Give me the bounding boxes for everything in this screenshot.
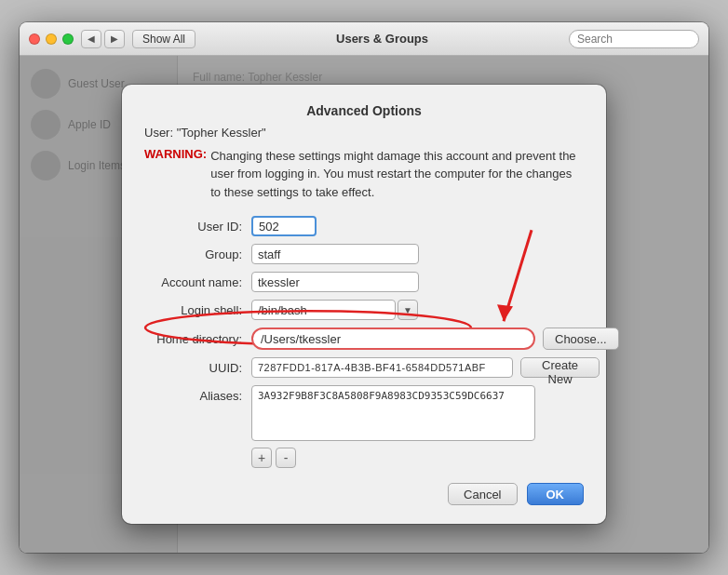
uuid-row: UUID: Create New <box>144 357 584 378</box>
create-new-button[interactable]: Create New <box>520 357 600 378</box>
login-shell-input[interactable] <box>251 300 396 320</box>
minimize-button[interactable] <box>46 33 57 45</box>
aliases-textarea[interactable] <box>251 385 535 441</box>
user-id-label: User ID: <box>144 220 251 234</box>
main-content: Guest User Apple ID Login Items Full nam… <box>20 56 708 553</box>
title-bar: ◀ ▶ Show All Users & Groups <box>20 22 708 56</box>
choose-button[interactable]: Choose... <box>543 328 619 350</box>
group-input[interactable] <box>251 244 419 264</box>
login-shell-row: Login shell: ▼ <box>144 300 584 320</box>
warning-box: WARNING: Changing these settings might d… <box>144 147 584 202</box>
aliases-label: Aliases: <box>144 389 251 403</box>
search-input[interactable] <box>569 30 699 48</box>
aliases-row: Aliases: + - <box>144 385 584 468</box>
uuid-label: UUID: <box>144 361 251 375</box>
home-directory-row: Home directory: Choose... <box>144 328 584 350</box>
ok-button[interactable]: OK <box>527 483 585 505</box>
account-name-label: Account name: <box>144 275 251 289</box>
modal-overlay: Advanced Options User: "Topher Kessler" … <box>20 56 708 553</box>
group-row: Group: <box>144 244 584 264</box>
uuid-wrap: Create New <box>251 357 600 378</box>
account-name-input[interactable] <box>251 272 419 292</box>
modal-title: Advanced Options <box>144 103 584 118</box>
show-all-button[interactable]: Show All <box>132 30 195 48</box>
aliases-wrap: + - <box>251 385 535 468</box>
forward-button[interactable]: ▶ <box>104 30 125 48</box>
home-dir-input-wrap: Choose... <box>251 328 619 350</box>
aliases-controls: + - <box>251 448 535 468</box>
advanced-options-modal: Advanced Options User: "Topher Kessler" … <box>122 85 606 525</box>
shell-popup-button[interactable]: ▼ <box>398 300 418 320</box>
nav-buttons: ◀ ▶ <box>81 30 125 48</box>
uuid-input[interactable] <box>251 357 513 378</box>
warning-label: WARNING: <box>144 147 207 202</box>
add-alias-button[interactable]: + <box>251 448 272 468</box>
user-id-row: User ID: <box>144 216 584 236</box>
modal-footer: Cancel OK <box>144 483 584 505</box>
os-window: ◀ ▶ Show All Users & Groups Guest User A… <box>20 22 708 553</box>
cancel-button[interactable]: Cancel <box>448 483 517 505</box>
traffic-lights <box>29 33 74 45</box>
warning-text: Changing these settings might damage thi… <box>210 147 584 202</box>
home-directory-label: Home directory: <box>144 332 251 346</box>
group-label: Group: <box>144 247 251 261</box>
maximize-button[interactable] <box>62 33 74 45</box>
home-directory-input[interactable] <box>251 328 535 350</box>
login-shell-label: Login shell: <box>144 303 251 317</box>
account-name-row: Account name: <box>144 272 584 292</box>
user-label: User: "Topher Kessler" <box>144 126 584 140</box>
user-id-input[interactable] <box>251 216 317 236</box>
back-button[interactable]: ◀ <box>81 30 101 48</box>
close-button[interactable] <box>29 33 40 45</box>
window-title: Users & Groups <box>195 32 569 46</box>
remove-alias-button[interactable]: - <box>276 448 296 468</box>
